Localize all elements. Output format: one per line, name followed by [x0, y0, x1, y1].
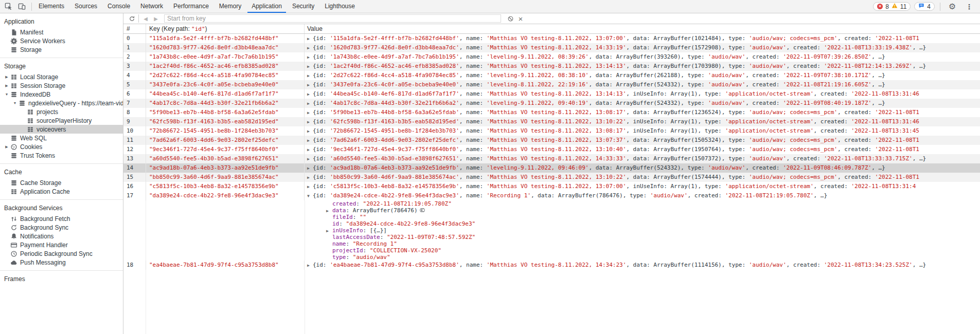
memory-inspector-icon[interactable]	[419, 207, 425, 214]
issues-badge[interactable]: 4	[914, 2, 935, 11]
sidebar-item-notifications[interactable]: Notifications	[0, 232, 123, 240]
expander-icon[interactable]: ▶	[3, 145, 10, 149]
expander-icon[interactable]: ▶	[307, 182, 313, 191]
expander-icon[interactable]: ▶	[326, 228, 332, 234]
expander-icon[interactable]: ▶	[307, 99, 313, 108]
sidebar-item-cache-storage[interactable]: Cache Storage	[0, 178, 123, 187]
column-header-value[interactable]: Value	[305, 24, 980, 33]
table-row[interactable]: 1"1620d783-9f77-426d-8e0f-d3bb48eaa7dc"▶…	[123, 43, 980, 52]
column-header-key[interactable]: Key (Key path: "id")	[146, 24, 305, 33]
expander-icon[interactable]: ▶	[307, 53, 313, 62]
table-row[interactable]: 7"4ab17c8c-7d8a-44d3-b30f-32e21fb6b6a2"▶…	[123, 99, 980, 108]
tab-application[interactable]: Application	[246, 0, 287, 13]
tab-performance[interactable]: Performance	[168, 0, 214, 13]
expander-icon[interactable]: ▶	[307, 173, 313, 182]
expander-icon[interactable]: ▼	[11, 101, 19, 105]
expanded-property-row[interactable]: ▶data: ArrayBuffer(786476)	[123, 207, 980, 214]
sidebar-item-service-workers[interactable]: Service Workers	[0, 36, 123, 45]
table-row[interactable]: 18"ea4baeae-7b81-47d9-97f4-c95a3753d8b8"…	[123, 261, 980, 270]
expanded-property-row[interactable]: ▶inUseInfo: [{…}]	[123, 227, 980, 234]
sidebar-item-session-storage[interactable]: ▶Session Storage	[0, 81, 123, 90]
sidebar-item-cookies[interactable]: ▶Cookies	[0, 142, 123, 151]
expander-icon[interactable]: ▶	[307, 118, 313, 126]
expander-icon[interactable]: ▶	[307, 155, 313, 163]
expanded-property-row[interactable]: fileId: ""	[123, 214, 980, 220]
sidebar-item-payment-handler[interactable]: Payment Handler	[0, 240, 123, 249]
table-row[interactable]: 14"ac9ad18b-07a6-4eb3-b373-aa92e51de9fb"…	[123, 163, 980, 173]
refresh-button[interactable]	[127, 14, 137, 23]
expander-icon[interactable]: ▶	[307, 164, 313, 173]
console-status-badges[interactable]: × 8 11	[873, 2, 911, 11]
sidebar-item-voiceovers[interactable]: voiceovers	[0, 125, 123, 134]
expanded-property-row[interactable]: lastAccessDate: "2022-11-09T07:48:57.592…	[123, 234, 980, 240]
expanded-property-row[interactable]: name: "Recording 1"	[123, 240, 980, 247]
table-row[interactable]: 13"a60d5540-fee5-4b30-b5ad-e3898f627651"…	[123, 154, 980, 163]
sidebar-item-background-fetch[interactable]: Background Fetch	[0, 214, 123, 223]
table-row[interactable]: 8"5f90be13-eb7b-44b8-bf58-6a3a62e5fdab"▶…	[123, 108, 980, 117]
page-forward-button[interactable]	[151, 14, 161, 23]
delete-selected-button[interactable]	[515, 14, 526, 23]
expander-icon[interactable]: ▼	[3, 92, 10, 96]
expanded-property-row[interactable]: created: "2022-11-08T21:19:05.780Z"	[123, 200, 980, 207]
expander-icon[interactable]: ▼	[307, 192, 313, 200]
clear-object-store-button[interactable]	[505, 14, 515, 23]
expanded-property-row[interactable]: id: "da389e24-cdce-4b22-9fe8-96e4f3dac9e…	[123, 220, 980, 227]
table-row[interactable]: 4"2d27c622-f86d-4cc4-a518-4fa90784ec85"▶…	[123, 71, 980, 80]
table-row[interactable]: 0"115a1dfa-5e2f-4fff-bf7b-b2682fd448bf"▶…	[123, 34, 980, 43]
table-row[interactable]: 12"9ec346f1-727d-45e4-9c37-f75ff8640bf0"…	[123, 145, 980, 154]
tab-network[interactable]: Network	[135, 0, 168, 13]
sidebar-item-sourceplayerhistory[interactable]: sourcePlayerHistory	[0, 116, 123, 125]
sidebar-item-web-sql[interactable]: Web SQL	[0, 134, 123, 142]
inspect-element-icon[interactable]	[2, 0, 15, 13]
start-from-key-input[interactable]	[164, 14, 501, 23]
sidebar-item-background-sync[interactable]: Background Sync	[0, 223, 123, 232]
expander-icon[interactable]: ▶	[307, 44, 313, 52]
kebab-menu-icon[interactable]	[963, 0, 976, 13]
expander-icon[interactable]: ▶	[307, 34, 313, 43]
tab-lighthouse[interactable]: Lighthouse	[319, 0, 360, 13]
expander-icon[interactable]: ▶	[307, 62, 313, 71]
sidebar-item-storage[interactable]: Storage	[0, 45, 123, 54]
table-row[interactable]: 2"1a743b8c-e0ee-4d9f-a7af-7bc7a6b1b195"▶…	[123, 52, 980, 62]
expander-icon[interactable]: ▶	[326, 208, 332, 214]
sidebar-item-indexeddb[interactable]: ▼IndexedDB	[0, 90, 123, 99]
sidebar-item-periodic-background-sync[interactable]: Periodic Background Sync	[0, 249, 123, 258]
tab-security[interactable]: Security	[287, 0, 319, 13]
expander-icon[interactable]: ▶	[307, 108, 313, 117]
tab-memory[interactable]: Memory	[214, 0, 246, 13]
table-row[interactable]: 11"7ad62a6f-6003-4dd6-9e03-2802ef25defc"…	[123, 136, 980, 145]
table-row[interactable]: 6"44bea45c-b140-4ef6-817d-d1ad6f7af1f7"▶…	[123, 89, 980, 99]
settings-gear-icon[interactable]	[946, 0, 959, 13]
expander-icon[interactable]: ▶	[307, 261, 313, 270]
expanded-property-row[interactable]: projectId: "COLLECTION-VX-25020"	[123, 247, 980, 254]
sidebar-item-trust-tokens[interactable]: Trust Tokens	[0, 151, 123, 160]
table-row[interactable]: 10"72b86672-1545-4951-be8b-1f284eb3b703"…	[123, 126, 980, 136]
page-back-button[interactable]	[140, 14, 151, 23]
expander-icon[interactable]: ▶	[307, 145, 313, 154]
expander-icon[interactable]: ▶	[3, 75, 10, 79]
column-header-index[interactable]: #	[123, 24, 146, 33]
expander-icon[interactable]: ▶	[3, 84, 10, 88]
tab-sources[interactable]: Sources	[69, 0, 102, 13]
expander-icon[interactable]: ▶	[307, 71, 313, 80]
table-row[interactable]: 5"3437e0fa-23c6-4c0f-a05e-bcbeba9e40e0"▶…	[123, 80, 980, 89]
table-row[interactable]: 9"62fc598b-f13f-4163-b3b5-eab582d195ed"▶…	[123, 117, 980, 126]
expander-icon[interactable]: ▶	[307, 81, 313, 89]
table-row[interactable]: 3"1ac2f40d-f86c-4652-ac46-efb8385ad028"▶…	[123, 62, 980, 71]
sidebar-item-application-cache[interactable]: Application Cache	[0, 187, 123, 196]
tab-elements[interactable]: Elements	[33, 0, 69, 13]
table-row[interactable]: 16"c5813f5c-10b3-4eb8-8a32-e14578356e9b"…	[123, 182, 980, 191]
expander-icon[interactable]: ▶	[307, 136, 313, 145]
table-row[interactable]: 15"bb850c99-3a60-4d6f-9aa9-881e385674ac"…	[123, 173, 980, 182]
sidebar-item-local-storage[interactable]: ▶Local Storage	[0, 72, 123, 81]
sidebar-item-ngdexielivequery-https-team-vidieditor-v[interactable]: ▼ngdexieliveQuery - https://team-vidiedi…	[0, 99, 123, 107]
sidebar-item-push-messaging[interactable]: Push Messaging	[0, 258, 123, 267]
sidebar-item-projects[interactable]: projects	[0, 107, 123, 116]
expanded-property-row[interactable]: type: "audio/wav"	[123, 254, 980, 261]
sidebar-item-manifest[interactable]: Manifest	[0, 28, 123, 36]
expander-icon[interactable]: ▶	[307, 90, 313, 99]
table-row[interactable]: 17"da389e24-cdce-4b22-9fe8-96e4f3dac9e3"…	[123, 191, 980, 200]
tab-console[interactable]: Console	[102, 0, 135, 13]
expander-icon[interactable]: ▶	[307, 127, 313, 136]
device-toolbar-icon[interactable]	[15, 0, 28, 13]
